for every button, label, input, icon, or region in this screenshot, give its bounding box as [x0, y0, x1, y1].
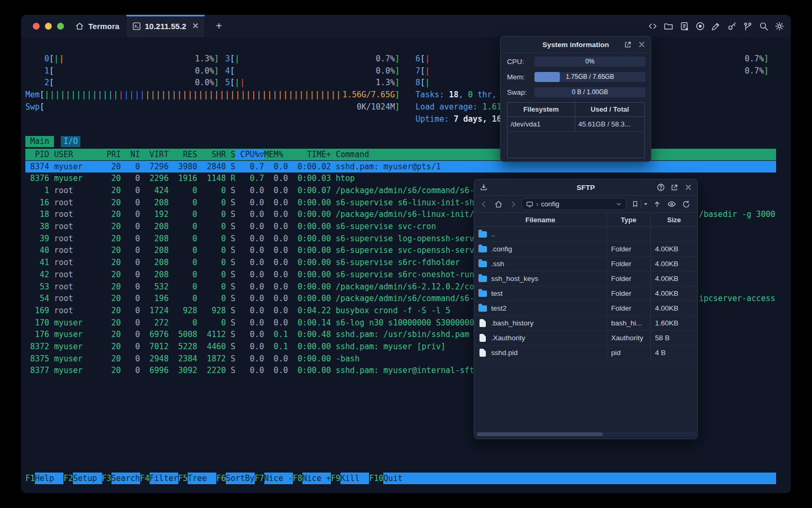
file-icon	[479, 349, 486, 357]
show-hidden-icon[interactable]	[667, 199, 676, 208]
back-icon[interactable]	[479, 200, 488, 208]
file-list-header: Filename Type Size	[474, 213, 697, 227]
process-row-8374[interactable]: 8374 myuser 20 0 7296 3980 2840 S 0.7 0.…	[25, 161, 776, 173]
minimize-window-button[interactable]	[45, 23, 52, 30]
filesystem-table: Filesystem Used / Total /dev/vda1 45.61G…	[507, 102, 645, 158]
fkey-F6: F6	[216, 473, 226, 484]
horizontal-scrollbar[interactable]	[475, 432, 696, 437]
tab-home[interactable]: Termora	[69, 15, 126, 37]
file-size: 4.00KB	[651, 301, 697, 315]
htop-tab-io[interactable]: I/O	[61, 136, 80, 147]
search-icon[interactable]	[759, 21, 769, 31]
cpu-meter-1: 1[0.0%]	[44, 65, 219, 77]
popout-icon[interactable]	[623, 40, 632, 49]
termora-window: Termora 10.211.55.2 ✕ + 0[||1.3%]1[0.0%]…	[21, 15, 791, 493]
titlebar-actions	[648, 15, 785, 37]
keychain-icon[interactable]	[743, 21, 753, 31]
fkey-action-setup[interactable]: Setup	[73, 473, 102, 484]
cpu-meter-0: 0[||1.3%]	[44, 53, 219, 65]
col-type[interactable]: Type	[607, 213, 651, 226]
folder-icon	[478, 246, 487, 252]
file-list: ...configFolder4.00KB.sshFolder4.00KBssh…	[474, 227, 697, 360]
record-icon[interactable]	[695, 21, 705, 31]
file-type: Folder	[607, 286, 651, 301]
refresh-icon[interactable]	[682, 200, 690, 208]
download-icon[interactable]	[479, 183, 488, 192]
fkey-F3: F3	[102, 473, 112, 484]
htop-tab-main[interactable]: Main	[25, 136, 54, 147]
key-icon[interactable]	[727, 21, 737, 31]
path-breadcrumb[interactable]: › config	[522, 198, 626, 210]
close-icon[interactable]	[684, 183, 693, 192]
file-row-..[interactable]: ..	[474, 227, 697, 242]
fkey-action-sortby[interactable]: SortBy	[226, 473, 254, 484]
file-row-test2[interactable]: test2Folder4.00KB	[474, 301, 697, 316]
log-icon[interactable]	[679, 21, 689, 31]
sftp-toolbar: › config	[474, 196, 697, 213]
col-filename[interactable]: Filename	[474, 213, 607, 226]
folder-icon[interactable]	[663, 21, 673, 31]
code-icon[interactable]	[648, 21, 658, 31]
file-row-.bash_history[interactable]: .bash_historybash_hi...1.60KB	[474, 316, 697, 331]
file-name: .Xauthority	[491, 334, 525, 342]
file-name: ssh_host_keys	[491, 275, 538, 283]
file-size	[651, 227, 697, 241]
file-name: .bash_history	[491, 319, 533, 327]
swap-usage-bar: 0 B / 1.00GB	[534, 87, 645, 97]
close-window-button[interactable]	[33, 23, 40, 30]
fkey-action-tree[interactable]: Tree	[188, 473, 216, 484]
fkey-action-help[interactable]: Help	[35, 473, 63, 484]
tab-session[interactable]: 10.211.55.2 ✕	[126, 15, 205, 37]
file-row-ssh_host_keys[interactable]: ssh_host_keysFolder4.00KB	[474, 271, 697, 286]
folder-icon	[478, 231, 487, 238]
new-tab-button[interactable]: +	[213, 20, 225, 32]
home-icon[interactable]	[494, 200, 503, 208]
tab-close-icon[interactable]: ✕	[192, 21, 199, 31]
file-row-test[interactable]: testFolder4.00KB	[474, 286, 697, 301]
edit-icon[interactable]	[711, 21, 721, 31]
mem-usage-text: 1.75GB / 7.65GB	[534, 72, 645, 82]
chevron-down-icon[interactable]	[615, 201, 622, 207]
file-row-.config[interactable]: .configFolder4.00KB	[474, 242, 697, 257]
forward-icon[interactable]	[509, 200, 518, 208]
bookmark-icon[interactable]	[631, 200, 639, 208]
upload-icon[interactable]	[653, 200, 661, 208]
fs-device: /dev/vda1	[508, 117, 575, 131]
sysinfo-header: System information	[501, 37, 651, 53]
file-type	[607, 227, 651, 241]
fkey-F1: F1	[25, 473, 35, 484]
file-size: 4 B	[651, 346, 697, 360]
file-icon	[479, 319, 486, 327]
fkey-action-kill[interactable]: Kill	[340, 473, 369, 484]
bookmark-caret-icon[interactable]	[643, 202, 648, 206]
fkey-F7: F7	[255, 473, 264, 484]
fkey-action-quit[interactable]: Quit	[383, 473, 776, 484]
cpu-meter-5: 5[||1.3%]	[225, 77, 400, 88]
folder-icon	[478, 276, 487, 282]
file-icon	[479, 334, 486, 342]
file-type: Xauthority	[607, 331, 651, 345]
zoom-window-button[interactable]	[57, 23, 64, 30]
fkey-action-nice +[interactable]: Nice +	[302, 473, 331, 484]
file-row-sshd.pid[interactable]: sshd.pidpid4 B	[474, 346, 697, 360]
fkey-action-filter[interactable]: Filter	[150, 473, 178, 484]
mem-usage-bar: 1.75GB / 7.65GB	[534, 72, 645, 82]
fkey-action-search[interactable]: Search	[112, 473, 140, 484]
settings-icon[interactable]	[774, 21, 785, 31]
popout-icon[interactable]	[670, 183, 679, 192]
sftp-header: SFTP	[474, 179, 697, 196]
process-table-header[interactable]: PID USER PRI NI VIRT RES SHR S CPU%▽MEM%…	[25, 149, 776, 160]
help-icon[interactable]	[656, 183, 665, 192]
file-size: 4.00KB	[651, 257, 697, 271]
file-name: test	[491, 289, 503, 297]
file-name: test2	[491, 304, 506, 312]
fkey-action-nice -[interactable]: Nice -	[264, 473, 293, 484]
file-name: sshd.pid	[491, 349, 518, 357]
scrollbar-thumb[interactable]	[477, 432, 603, 436]
file-row-.ssh[interactable]: .sshFolder4.00KB	[474, 257, 697, 271]
file-row-.Xauthority[interactable]: .XauthorityXauthority58 B	[474, 331, 697, 346]
col-size[interactable]: Size	[651, 213, 697, 226]
close-icon[interactable]	[637, 40, 646, 49]
traffic-lights	[33, 15, 64, 37]
filesystem-row[interactable]: /dev/vda1 45.61GB / 58.3...	[508, 117, 644, 132]
